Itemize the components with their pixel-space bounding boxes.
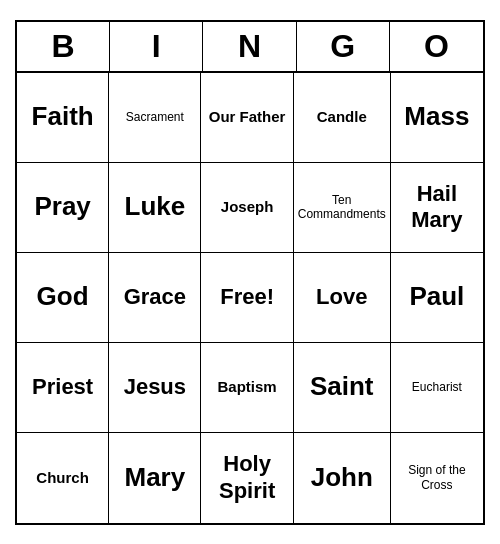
- bingo-cell: Candle: [294, 73, 391, 163]
- bingo-cell: Jesus: [109, 343, 201, 433]
- bingo-header-letter: G: [297, 22, 390, 71]
- bingo-header-letter: I: [110, 22, 203, 71]
- bingo-cell: Priest: [17, 343, 109, 433]
- bingo-cell: Paul: [391, 253, 483, 343]
- bingo-cell: Ten Commandments: [294, 163, 391, 253]
- bingo-cell: Hail Mary: [391, 163, 483, 253]
- bingo-cell: Faith: [17, 73, 109, 163]
- bingo-cell: Love: [294, 253, 391, 343]
- bingo-cell: God: [17, 253, 109, 343]
- bingo-header-letter: B: [17, 22, 110, 71]
- bingo-cell: John: [294, 433, 391, 523]
- bingo-cell: Church: [17, 433, 109, 523]
- bingo-cell: Pray: [17, 163, 109, 253]
- bingo-cell: Mass: [391, 73, 483, 163]
- bingo-cell: Free!: [201, 253, 293, 343]
- bingo-cell: Luke: [109, 163, 201, 253]
- bingo-cell: Sacrament: [109, 73, 201, 163]
- bingo-cell: Eucharist: [391, 343, 483, 433]
- bingo-header-letter: O: [390, 22, 483, 71]
- bingo-cell: Sign of the Cross: [391, 433, 483, 523]
- bingo-cell: Joseph: [201, 163, 293, 253]
- bingo-header-letter: N: [203, 22, 296, 71]
- bingo-cell: Our Father: [201, 73, 293, 163]
- bingo-card: BINGO FaithSacramentOur FatherCandleMass…: [15, 20, 485, 525]
- bingo-cell: Baptism: [201, 343, 293, 433]
- bingo-cell: Grace: [109, 253, 201, 343]
- bingo-header: BINGO: [17, 22, 483, 73]
- bingo-grid: FaithSacramentOur FatherCandleMassPrayLu…: [17, 73, 483, 523]
- bingo-cell: Holy Spirit: [201, 433, 293, 523]
- bingo-cell: Mary: [109, 433, 201, 523]
- bingo-cell: Saint: [294, 343, 391, 433]
